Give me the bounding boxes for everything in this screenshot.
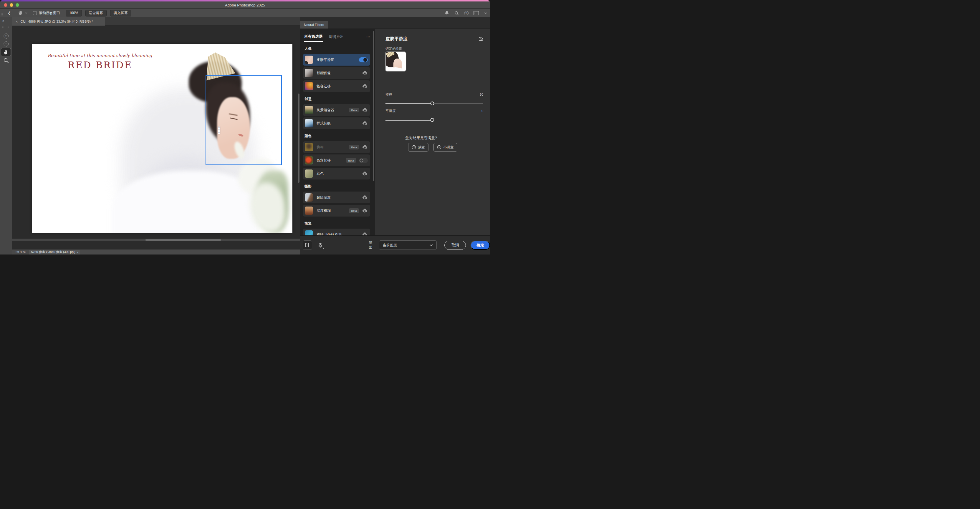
chevron-down-icon: [430, 244, 433, 246]
cloud-download-icon[interactable]: [362, 195, 368, 200]
thumb-style-image: [305, 119, 313, 127]
horizontal-scrollbar[interactable]: [145, 239, 221, 241]
reset-icon[interactable]: [478, 36, 484, 41]
zoom-level[interactable]: 33.33%: [16, 251, 26, 254]
filter-label: 超级缩放: [317, 195, 362, 200]
subtract-selection-tool[interactable]: −: [1, 40, 11, 48]
cloud-download-icon: [362, 144, 368, 150]
fill-screen-button[interactable]: 填充屏幕: [110, 10, 131, 16]
zoom-100-button[interactable]: 100%: [66, 10, 82, 16]
document-image[interactable]: Beautiful time at this moment slowly blo…: [32, 44, 293, 233]
thumb-makeup-image: [305, 82, 313, 90]
smoothness-slider-block: 平滑度 0: [385, 109, 483, 122]
help-icon[interactable]: ?: [464, 11, 468, 15]
slider-track[interactable]: [385, 118, 483, 122]
cancel-button[interactable]: 取消: [444, 241, 466, 250]
hand-tool-icon[interactable]: [18, 10, 24, 16]
thumb-depthblur-image: [305, 206, 313, 215]
slider-track[interactable]: [385, 101, 483, 106]
face-selection-box[interactable]: [205, 75, 282, 165]
expand-panel-icon[interactable]: »: [0, 17, 12, 24]
thumb-colorize-image: [305, 170, 313, 178]
cloud-download-icon: [362, 84, 368, 89]
search-icon[interactable]: [454, 11, 459, 16]
cloud-download-icon[interactable]: [362, 232, 368, 235]
document-tab[interactable]: × CUI_4866 拷贝.JPG @ 33.3% (图层 0, RGB/8) …: [12, 17, 105, 25]
slider-value[interactable]: 50: [480, 93, 483, 96]
cloud-download-icon[interactable]: [362, 121, 368, 126]
cloud-download-icon[interactable]: [362, 144, 368, 150]
satisfied-button[interactable]: 满意: [408, 143, 428, 152]
slider-value[interactable]: 0: [482, 109, 483, 113]
cloud-download-icon[interactable]: [362, 171, 368, 176]
cloud-download-icon[interactable]: [362, 208, 368, 213]
thumb-restore-image: [305, 230, 313, 235]
hand-tool[interactable]: [1, 48, 11, 56]
filter-label: 皮肤平滑度: [317, 57, 359, 62]
slider-label: 平滑度: [385, 109, 396, 113]
document-tab-strip: × CUI_4866 拷贝.JPG @ 33.3% (图层 0, RGB/8) …: [12, 17, 300, 25]
compare-view-button[interactable]: [303, 240, 312, 250]
filter-row[interactable]: 风景混合器Beta: [303, 104, 370, 116]
neural-filters-tab[interactable]: Neural Filters: [300, 21, 328, 29]
back-icon[interactable]: ❮: [6, 11, 12, 15]
filter-row[interactable]: 移除 JPEG 伪影: [303, 228, 370, 235]
layers-preview-button[interactable]: [316, 241, 325, 249]
tab-all-filters[interactable]: 所有筛选器: [304, 34, 323, 42]
document-area: × CUI_4866 拷贝.JPG @ 33.3% (图层 0, RGB/8) …: [12, 17, 300, 255]
beta-badge: Beta: [349, 108, 359, 113]
workspace-panel-icon[interactable]: [474, 11, 479, 15]
thumb-portrait-image: [305, 69, 313, 77]
output-label: 输出: [369, 240, 376, 250]
canvas[interactable]: Beautiful time at this moment slowly blo…: [12, 25, 300, 249]
filter-list-scrollbar[interactable]: [373, 31, 374, 181]
filter-toggle-off[interactable]: [359, 158, 368, 163]
status-chevron-icon[interactable]: ›: [77, 251, 78, 254]
not-satisfied-button[interactable]: 不满意: [433, 143, 457, 152]
add-selection-tool[interactable]: +: [1, 32, 11, 40]
settings-title: 皮肤平滑度: [385, 36, 407, 42]
neural-filters-header: Neural Filters: [300, 17, 490, 29]
chevron-down-icon[interactable]: [484, 13, 487, 14]
selected-face-thumbnail[interactable]: [385, 51, 406, 71]
notifications-bell-icon[interactable]: [444, 11, 449, 16]
scroll-all-windows-label: 滚动所有窗口: [39, 11, 60, 16]
horizontal-scrollbar-track[interactable]: [12, 239, 300, 241]
filter-toggle-on[interactable]: [359, 57, 368, 62]
filter-row[interactable]: 智能肖像: [303, 67, 370, 79]
filter-row[interactable]: 协调Beta: [303, 141, 370, 153]
panel-menu-icon[interactable]: •••: [367, 36, 370, 40]
document-dimensions[interactable]: 5760 像素 x 3840 像素 (300 ppi) ›: [29, 250, 80, 255]
thumb-skin-image: [305, 55, 313, 64]
zoom-tool[interactable]: [1, 57, 11, 64]
slider-handle[interactable]: [431, 101, 434, 105]
filter-row[interactable]: 色彩转移Beta: [303, 154, 370, 166]
dropdown-corner-icon: [323, 247, 324, 249]
vertical-scrollbar[interactable]: [298, 94, 299, 183]
close-tab-icon[interactable]: ×: [16, 19, 18, 24]
hand-tool-dropdown-icon[interactable]: [25, 12, 27, 14]
cloud-download-icon[interactable]: [362, 84, 368, 89]
output-dropdown[interactable]: 当前图层: [379, 240, 437, 250]
photo-script-text: Beautiful time at this moment slowly blo…: [41, 53, 159, 58]
filter-row[interactable]: 着色: [303, 168, 370, 179]
filter-row[interactable]: 样式转换: [303, 117, 370, 129]
fit-screen-button[interactable]: 适合屏幕: [85, 10, 107, 16]
cloud-download-icon[interactable]: [362, 70, 368, 76]
scroll-all-windows-checkbox[interactable]: 滚动所有窗口: [33, 11, 60, 16]
filter-row[interactable]: 超级缩放: [303, 192, 370, 203]
ok-button[interactable]: 确定: [471, 241, 490, 250]
thumb-colortransfer-image: [305, 156, 313, 165]
filter-settings-panel: 皮肤平滑度 选定的脸部 模糊 50: [375, 29, 490, 235]
dashed-circle-plus-icon: +: [3, 33, 8, 38]
filter-row[interactable]: 深度模糊Beta: [303, 205, 370, 217]
filter-tabs-row: 所有筛选器 即将推出 •••: [304, 34, 370, 42]
filter-row[interactable]: 皮肤平滑度: [303, 54, 370, 66]
filter-row[interactable]: 妆容迁移: [303, 80, 370, 92]
checkbox-unchecked[interactable]: [33, 11, 37, 15]
slider-handle[interactable]: [431, 118, 434, 122]
tab-coming-soon[interactable]: 即将推出: [329, 35, 344, 41]
cloud-download-icon[interactable]: [362, 108, 368, 113]
filter-label: 智能肖像: [317, 71, 362, 76]
cloud-download-icon: [362, 232, 368, 235]
